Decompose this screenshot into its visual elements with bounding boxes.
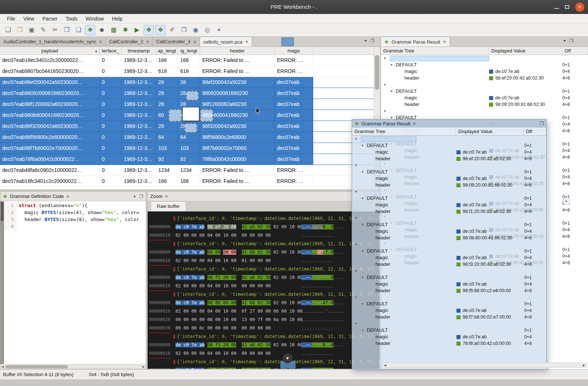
hex-row[interactable]: 0000001002 00 00 00 04 00 10 00 01 00 00… — [149, 257, 380, 265]
menu-tools[interactable]: Tools — [62, 14, 82, 23]
code-vscrollbar[interactable] — [0, 201, 4, 364]
tree-header-row[interactable]: header98:ef:20:00:42:a5:02:304+8 — [352, 155, 546, 162]
column-header-offset[interactable]: Off — [562, 47, 588, 55]
hex-row[interactable]: 0000001002 00 00 00 04 00 10 00 00 00 00… — [149, 231, 380, 240]
tree-magic-row[interactable]: magicde:c0:7e:ab0+4 — [352, 254, 546, 261]
tree-root-row[interactable]: ▾ — [352, 162, 546, 169]
debug-icon[interactable]: ✱ — [120, 25, 130, 35]
close-icon[interactable]: × — [575, 3, 584, 12]
hex-row[interactable]: 00000000de c0 7e ab 98 09 20 00 81 66 02… — [149, 248, 380, 257]
scroll-left-icon[interactable]: ◀ — [1, 365, 4, 368]
chevron-down-icon[interactable]: ▾ — [391, 88, 396, 95]
chevron-down-icon[interactable]: ▾ — [355, 320, 360, 327]
hex-row[interactable]: 0000001002 00 00 00 04 00 10 00 0f 27 00… — [149, 307, 380, 316]
tree-default-row[interactable]: ▾DEFAULT0+1 — [352, 301, 546, 307]
hex-ascii[interactable]: ............ — [302, 351, 333, 356]
minimize-icon[interactable] — [554, 8, 559, 9]
hex-bytes[interactable]: de c0 7e ab 98 f1 20 00 82 a6 02 30 02 0… — [175, 273, 302, 282]
panel-title-bar[interactable]: ❖ Grammar Definition Code × ▾ ❐ — [0, 192, 146, 201]
packet-row[interactable]: dec07eab18fc3401c2c20000022…01969-12-3…1… — [0, 176, 374, 187]
column-header-displayed-value[interactable]: Displayed Value — [456, 128, 524, 135]
title-bar[interactable]: PRE Workbench - . × — [0, 0, 588, 14]
tab-raw-buffer[interactable]: Raw buffer — [151, 201, 186, 211]
chevron-down-icon[interactable]: ▾ — [362, 142, 367, 149]
copy-icon[interactable]: ❐ — [62, 25, 72, 35]
tree-root-row[interactable]: ▾ — [352, 188, 546, 195]
packet-row[interactable]: dec07eab98ef200042a50230020…01969-12-3…2… — [0, 77, 374, 88]
chevron-down-icon[interactable]: ▾ — [362, 327, 367, 334]
packet-row[interactable]: dec07eab9807bc0441650230020…01969-12-3…6… — [0, 66, 374, 77]
tree-default-row[interactable]: ▾DEFAULT0+1 — [352, 142, 546, 149]
tree-hscrollbar[interactable]: ◀ ▶ — [382, 363, 587, 368]
tab-list-dropdown-icon[interactable]: ▾ — [365, 38, 367, 43]
save-as-icon[interactable]: ✎ — [38, 25, 48, 35]
chevron-down-icon[interactable]: ▾ — [355, 162, 360, 169]
code-text[interactable]: magic BYTES(size=(4), show="hex", color= — [16, 209, 139, 216]
tree-magic-row[interactable]: magicde:c0:7e:ab0+4 — [352, 149, 546, 155]
packet-row[interactable]: dec07eab78f8a00042c0000022…01969-12-3…92… — [0, 154, 374, 165]
attach-icon[interactable]: ◎ — [202, 25, 212, 35]
tree-default-row[interactable]: ▾DEFAULT0+1 — [381, 62, 588, 68]
detach-panel-icon[interactable]: ❐ — [540, 121, 544, 126]
new-file-icon[interactable]: ❏ — [3, 25, 13, 35]
tree-default-row[interactable]: ▾DEFAULT0+1 — [352, 221, 546, 228]
screenshot-icon[interactable]: ▦ — [108, 25, 119, 35]
hex-bytes[interactable]: 00 00 00 0c 00 00 00 00 00 00 00 00 — [175, 324, 302, 332]
chevron-down-icon[interactable]: ▾ — [391, 62, 396, 68]
hex-bytes[interactable]: de c0 7e ab 98 ef 20 00 42 a5 02 30 02 0… — [175, 223, 302, 231]
panel-title-bar[interactable]: Zoom × ❐ — [148, 192, 380, 201]
hex-ascii[interactable]: ............ — [302, 233, 333, 238]
detach-panel-icon[interactable]: ❐ — [370, 38, 374, 43]
tree-header-row[interactable]: header98:0b:60:00:41:66:02:304+8 — [352, 235, 546, 241]
tree-header-row[interactable]: header98:09:20:00:81:66:02:304+8 — [381, 101, 588, 108]
tree-header-row[interactable]: header98:ef:20:00:42:a5:02:304+8 — [381, 75, 588, 81]
run-icon[interactable]: ▶ — [132, 25, 142, 35]
packet-row[interactable]: dec07eab48fa8c0902c10000022…01969-12-3…1… — [0, 165, 374, 176]
search-icon[interactable]: ⌖ — [214, 25, 224, 35]
tree-root-row[interactable]: ▾ — [352, 320, 546, 327]
tab-4[interactable]: cellinfo_nosim.pca× — [200, 37, 252, 47]
floating-grammar-parse-result-window[interactable]: ❖ Grammar Parse Result × ❐ Grammar Tree … — [352, 119, 547, 370]
column-header-ap_lengt[interactable]: ap_lengt — [156, 47, 178, 55]
save-icon[interactable]: ▣ — [26, 25, 37, 35]
chevron-down-icon[interactable]: ▾ — [355, 215, 360, 221]
panel-menu-icon[interactable]: ▾ — [133, 194, 136, 199]
chevron-down-icon[interactable]: ▾ — [362, 248, 367, 254]
code-text[interactable]: header BYTES(size=(8), show="hex", color — [16, 216, 139, 223]
chevron-down-icon[interactable]: ▾ — [355, 268, 360, 274]
chevron-down-icon[interactable]: ▾ — [362, 301, 367, 307]
tree-root-row[interactable]: ▾ — [352, 215, 546, 221]
column-header-payload[interactable]: payload▲ — [0, 47, 100, 55]
plugin-b-icon[interactable]: ❖ — [155, 25, 166, 35]
column-header-displayed-value[interactable]: Displayed Value — [489, 47, 562, 55]
chevron-down-icon[interactable]: ▾ — [362, 274, 367, 281]
close-icon[interactable]: × — [193, 39, 196, 45]
column-header-offset[interactable]: Off — [524, 128, 546, 135]
hex-bytes[interactable]: 00 00 00 00 08 00 10 00 13 00 7f 00 0a 0… — [175, 316, 302, 324]
tab-list-dropdown-icon[interactable]: ▾ — [563, 38, 566, 43]
paste-icon[interactable]: ❏ — [73, 25, 84, 35]
menu-file[interactable]: File — [3, 14, 19, 23]
chevron-down-icon[interactable]: ▾ — [362, 221, 367, 228]
close-icon[interactable]: × — [413, 121, 416, 126]
hex-row[interactable]: 00000000de c0 7e ab 98 ef 20 00 42 a5 02… — [149, 223, 380, 231]
close-icon[interactable]: × — [99, 39, 102, 45]
hex-row[interactable]: 0000001002 00 00 00 04 00 10 00 00 00 00… — [149, 282, 380, 290]
tree-header-row[interactable]: header98:f7:b6:00:02:e7:00:004+8 — [352, 314, 546, 320]
menu-parser[interactable]: Parser — [38, 14, 62, 23]
chevron-down-icon[interactable]: ▾ — [384, 108, 389, 114]
tree-default-row[interactable]: ▾DEFAULT0+1 — [352, 169, 546, 175]
hex-ascii[interactable]: .........'...... — [302, 309, 344, 314]
close-icon[interactable]: × — [245, 39, 248, 45]
chevron-down-icon[interactable]: ▾ — [355, 241, 360, 248]
tree-default-row[interactable]: ▾DEFAULT0+1 — [352, 248, 546, 254]
tree-header-row[interactable]: header98:09:20:00:81:66:02:304+8 — [352, 182, 546, 188]
hex-row[interactable]: 00000000de c0 7e ab 98 f3 20 00 42 a6 02… — [149, 341, 380, 349]
scrollbar-thumb[interactable] — [375, 55, 379, 90]
scroll-right-icon[interactable]: ▶ — [143, 365, 145, 368]
tree-header-row[interactable]: header98:f1:20:00:82:a6:02:304+8 — [352, 208, 546, 215]
hex-view[interactable]: {'interface_id': 0, 'timestamp': datetim… — [148, 212, 380, 369]
scroll-left-icon[interactable]: ◀ — [384, 364, 386, 367]
tree-default-row[interactable]: ▾DEFAULT0+1 — [352, 195, 546, 202]
scrollbar-thumb[interactable] — [1, 202, 4, 221]
